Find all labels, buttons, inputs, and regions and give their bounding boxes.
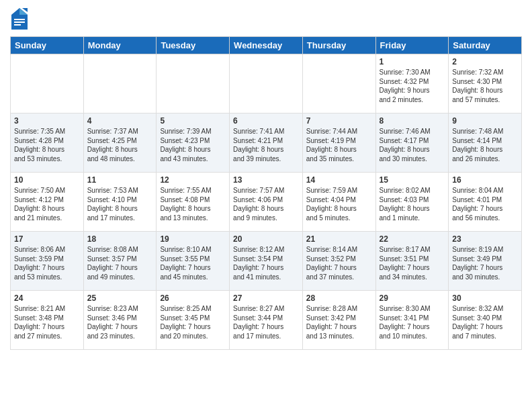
- day-number: 23: [452, 234, 518, 244]
- day-number: 2: [452, 57, 518, 66]
- day-number: 20: [233, 234, 299, 244]
- day-number: 9: [452, 116, 518, 126]
- day-detail: Sunrise: 8:02 AM Sunset: 4:03 PM Dayligh…: [380, 186, 445, 222]
- calendar-cell: [302, 54, 375, 113]
- day-detail: Sunrise: 7:57 AM Sunset: 4:06 PM Dayligh…: [233, 186, 299, 222]
- col-monday: Monday: [83, 37, 157, 54]
- calendar-cell: 3Sunrise: 7:35 AM Sunset: 4:28 PM Daylig…: [11, 113, 84, 173]
- day-number: 10: [14, 175, 80, 185]
- logo-icon: [10, 7, 29, 31]
- day-detail: Sunrise: 8:21 AM Sunset: 3:48 PM Dayligh…: [14, 304, 80, 340]
- calendar-cell: 9Sunrise: 7:48 AM Sunset: 4:14 PM Daylig…: [449, 113, 522, 173]
- col-friday: Friday: [375, 37, 449, 54]
- calendar-cell: 18Sunrise: 8:08 AM Sunset: 3:57 PM Dayli…: [83, 232, 157, 291]
- calendar-cell: 11Sunrise: 7:53 AM Sunset: 4:10 PM Dayli…: [83, 173, 157, 232]
- day-detail: Sunrise: 7:59 AM Sunset: 4:04 PM Dayligh…: [306, 186, 372, 222]
- day-detail: Sunrise: 8:32 AM Sunset: 3:40 PM Dayligh…: [452, 304, 518, 340]
- calendar-cell: 2Sunrise: 7:32 AM Sunset: 4:30 PM Daylig…: [449, 54, 522, 113]
- col-thursday: Thursday: [302, 37, 375, 54]
- calendar-cell: [11, 54, 84, 113]
- day-number: 7: [306, 116, 372, 126]
- calendar-cell: 19Sunrise: 8:10 AM Sunset: 3:55 PM Dayli…: [157, 232, 230, 291]
- day-detail: Sunrise: 7:39 AM Sunset: 4:23 PM Dayligh…: [160, 127, 226, 163]
- page-container: Sunday Monday Tuesday Wednesday Thursday…: [0, 0, 532, 353]
- svg-rect-4: [14, 21, 25, 23]
- day-number: 30: [452, 293, 518, 303]
- day-detail: Sunrise: 7:53 AM Sunset: 4:10 PM Dayligh…: [87, 186, 153, 222]
- day-detail: Sunrise: 7:32 AM Sunset: 4:30 PM Dayligh…: [452, 68, 518, 104]
- day-detail: Sunrise: 8:25 AM Sunset: 3:45 PM Dayligh…: [160, 304, 226, 340]
- calendar-week-row: 1Sunrise: 7:30 AM Sunset: 4:32 PM Daylig…: [11, 54, 522, 113]
- calendar-cell: 7Sunrise: 7:44 AM Sunset: 4:19 PM Daylig…: [302, 113, 375, 173]
- calendar-cell: 14Sunrise: 7:59 AM Sunset: 4:04 PM Dayli…: [302, 173, 375, 232]
- calendar-week-row: 10Sunrise: 7:50 AM Sunset: 4:12 PM Dayli…: [11, 173, 522, 232]
- day-number: 1: [380, 57, 445, 66]
- calendar-week-row: 3Sunrise: 7:35 AM Sunset: 4:28 PM Daylig…: [11, 113, 522, 173]
- calendar-cell: 24Sunrise: 8:21 AM Sunset: 3:48 PM Dayli…: [11, 291, 84, 350]
- logo: [10, 7, 29, 31]
- day-detail: Sunrise: 8:30 AM Sunset: 3:41 PM Dayligh…: [380, 304, 445, 340]
- day-detail: Sunrise: 8:06 AM Sunset: 3:59 PM Dayligh…: [14, 245, 80, 281]
- calendar-cell: 20Sunrise: 8:12 AM Sunset: 3:54 PM Dayli…: [230, 232, 303, 291]
- day-number: 11: [87, 175, 153, 185]
- calendar-cell: 27Sunrise: 8:27 AM Sunset: 3:44 PM Dayli…: [230, 291, 303, 350]
- calendar-cell: 16Sunrise: 8:04 AM Sunset: 4:01 PM Dayli…: [449, 173, 522, 232]
- day-number: 29: [380, 293, 445, 303]
- day-number: 12: [160, 175, 226, 185]
- day-detail: Sunrise: 8:23 AM Sunset: 3:46 PM Dayligh…: [87, 304, 153, 340]
- day-number: 28: [306, 293, 372, 303]
- day-detail: Sunrise: 7:41 AM Sunset: 4:21 PM Dayligh…: [233, 127, 299, 163]
- calendar-cell: 28Sunrise: 8:28 AM Sunset: 3:42 PM Dayli…: [302, 291, 375, 350]
- calendar-cell: 23Sunrise: 8:19 AM Sunset: 3:49 PM Dayli…: [449, 232, 522, 291]
- calendar-cell: 10Sunrise: 7:50 AM Sunset: 4:12 PM Dayli…: [11, 173, 84, 232]
- day-number: 17: [14, 234, 80, 244]
- day-detail: Sunrise: 8:12 AM Sunset: 3:54 PM Dayligh…: [233, 245, 299, 281]
- calendar-cell: 5Sunrise: 7:39 AM Sunset: 4:23 PM Daylig…: [157, 113, 230, 173]
- day-detail: Sunrise: 8:04 AM Sunset: 4:01 PM Dayligh…: [452, 186, 518, 222]
- day-number: 26: [160, 293, 226, 303]
- day-number: 19: [160, 234, 226, 244]
- day-number: 3: [14, 116, 80, 126]
- svg-rect-5: [14, 24, 21, 26]
- calendar-cell: [157, 54, 230, 113]
- calendar-week-row: 17Sunrise: 8:06 AM Sunset: 3:59 PM Dayli…: [11, 232, 522, 291]
- day-number: 13: [233, 175, 299, 185]
- day-detail: Sunrise: 8:08 AM Sunset: 3:57 PM Dayligh…: [87, 245, 153, 281]
- calendar-cell: 30Sunrise: 8:32 AM Sunset: 3:40 PM Dayli…: [449, 291, 522, 350]
- page-header: [10, 7, 522, 31]
- calendar-header-row: Sunday Monday Tuesday Wednesday Thursday…: [11, 37, 522, 54]
- calendar-cell: 21Sunrise: 8:14 AM Sunset: 3:52 PM Dayli…: [302, 232, 375, 291]
- day-detail: Sunrise: 8:10 AM Sunset: 3:55 PM Dayligh…: [160, 245, 226, 281]
- day-detail: Sunrise: 7:55 AM Sunset: 4:08 PM Dayligh…: [160, 186, 226, 222]
- day-number: 14: [306, 175, 372, 185]
- day-detail: Sunrise: 7:30 AM Sunset: 4:32 PM Dayligh…: [380, 68, 445, 104]
- day-number: 24: [14, 293, 80, 303]
- day-detail: Sunrise: 7:35 AM Sunset: 4:28 PM Dayligh…: [14, 127, 80, 163]
- day-number: 15: [380, 175, 445, 185]
- day-number: 4: [87, 116, 153, 126]
- calendar-cell: 15Sunrise: 8:02 AM Sunset: 4:03 PM Dayli…: [375, 173, 449, 232]
- calendar-week-row: 24Sunrise: 8:21 AM Sunset: 3:48 PM Dayli…: [11, 291, 522, 350]
- day-number: 27: [233, 293, 299, 303]
- calendar-table: Sunday Monday Tuesday Wednesday Thursday…: [10, 36, 522, 350]
- calendar-cell: 17Sunrise: 8:06 AM Sunset: 3:59 PM Dayli…: [11, 232, 84, 291]
- day-detail: Sunrise: 7:50 AM Sunset: 4:12 PM Dayligh…: [14, 186, 80, 222]
- calendar-cell: [230, 54, 303, 113]
- day-detail: Sunrise: 8:19 AM Sunset: 3:49 PM Dayligh…: [452, 245, 518, 281]
- calendar-cell: 29Sunrise: 8:30 AM Sunset: 3:41 PM Dayli…: [375, 291, 449, 350]
- calendar-cell: 6Sunrise: 7:41 AM Sunset: 4:21 PM Daylig…: [230, 113, 303, 173]
- calendar-cell: 8Sunrise: 7:46 AM Sunset: 4:17 PM Daylig…: [375, 113, 449, 173]
- col-saturday: Saturday: [449, 37, 522, 54]
- day-number: 21: [306, 234, 372, 244]
- col-wednesday: Wednesday: [230, 37, 303, 54]
- day-number: 22: [380, 234, 445, 244]
- calendar-cell: 4Sunrise: 7:37 AM Sunset: 4:25 PM Daylig…: [83, 113, 157, 173]
- calendar-cell: 26Sunrise: 8:25 AM Sunset: 3:45 PM Dayli…: [157, 291, 230, 350]
- day-detail: Sunrise: 7:46 AM Sunset: 4:17 PM Dayligh…: [380, 127, 445, 163]
- calendar-cell: 13Sunrise: 7:57 AM Sunset: 4:06 PM Dayli…: [230, 173, 303, 232]
- day-detail: Sunrise: 8:17 AM Sunset: 3:51 PM Dayligh…: [380, 245, 445, 281]
- day-detail: Sunrise: 8:14 AM Sunset: 3:52 PM Dayligh…: [306, 245, 372, 281]
- calendar-cell: 1Sunrise: 7:30 AM Sunset: 4:32 PM Daylig…: [375, 54, 449, 113]
- day-number: 18: [87, 234, 153, 244]
- col-tuesday: Tuesday: [157, 37, 230, 54]
